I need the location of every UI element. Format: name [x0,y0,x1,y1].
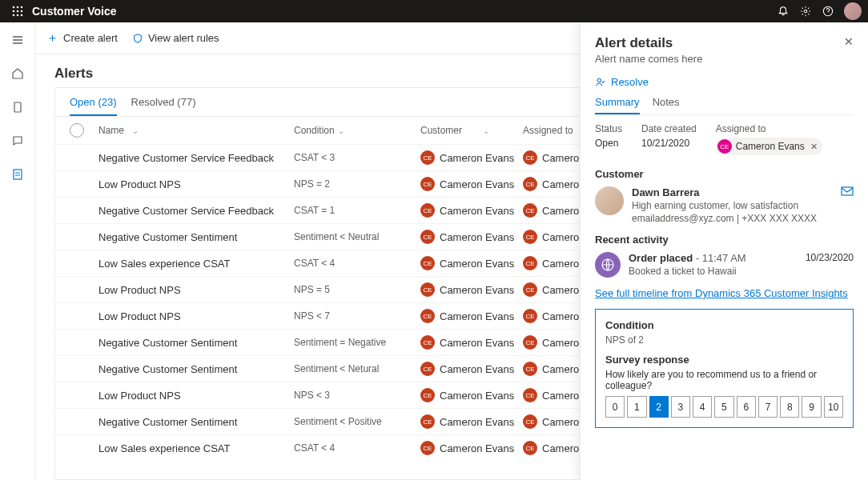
row-name: Low Product NPS [98,310,294,322]
app-launcher-icon[interactable] [6,6,29,17]
notifications-icon[interactable] [772,0,794,22]
nps-cell-8[interactable]: 8 [780,396,799,418]
svg-rect-11 [14,102,21,112]
svg-point-3 [13,10,15,13]
row-customer: CECameron Evans [420,414,523,429]
timeline-link[interactable]: See full timeline from Dynamics 365 Cust… [595,287,848,299]
nps-cell-4[interactable]: 4 [693,396,712,418]
row-name: Low Sales experience CSAT [98,258,294,270]
row-customer: CECameron Evans [420,177,523,191]
row-condition: Sentiment = Negative [294,337,420,348]
home-icon[interactable] [5,61,30,86]
row-condition: NPS = 5 [294,284,420,295]
chevron-down-icon: ⌄ [483,126,489,135]
row-name: Low Product NPS [98,178,294,190]
row-name: Negative Customer Sentiment [98,363,294,375]
customer-name: Dawn Barrera [632,186,833,198]
mail-icon[interactable] [841,186,854,224]
customer-contact: emailaddress@xyz.com | +XXX XXX XXXX [632,213,833,224]
row-name: Negative Customer Sentiment [98,231,294,243]
plus-icon: ＋ [46,30,58,46]
nps-cell-2[interactable]: 2 [649,396,669,418]
condition-box: Condition NPS of 2 Survey response How l… [595,309,854,428]
nps-cell-3[interactable]: 3 [671,396,690,418]
assigned-chip[interactable]: CE Cameron Evans ✕ [716,138,822,155]
col-condition-header[interactable]: Condition⌄ [294,125,420,136]
row-name: Low Product NPS [98,284,294,296]
reports-icon[interactable] [5,162,30,187]
row-condition: CSAT < 3 [294,152,420,163]
create-alert-button[interactable]: ＋ Create alert [46,30,118,46]
row-condition: CSAT < 4 [294,258,420,269]
nps-cell-6[interactable]: 6 [737,396,756,418]
col-customer-header[interactable]: Customer⌄ [420,125,523,136]
nps-cell-9[interactable]: 9 [802,396,821,418]
row-customer: CECameron Evans [420,282,523,297]
view-alert-rules-button[interactable]: View alert rules [132,32,219,44]
svg-point-4 [17,10,19,13]
nps-cell-10[interactable]: 10 [824,396,843,418]
panel-tab-notes[interactable]: Notes [653,96,680,114]
row-customer: CECameron Evans [420,335,523,350]
brand-title: Customer Voice [32,5,117,18]
resolve-button[interactable]: Resolve [595,76,854,88]
row-condition: CSAT < 4 [294,442,420,454]
row-name: Negative Customer Service Feedback [98,152,294,164]
nps-cell-5[interactable]: 5 [714,396,733,418]
customer-section-title: Customer [595,168,854,180]
svg-point-1 [17,6,19,9]
tablet-icon[interactable] [5,94,30,120]
row-condition: Sentiment < Netural [294,363,420,374]
status-value: Open [595,138,622,149]
customer-desc: High earning customer, low satisfaction [632,200,833,211]
svg-point-9 [804,10,807,13]
assigned-label: Assigned to [716,123,822,134]
svg-point-0 [13,6,15,9]
row-name: Low Product NPS [98,390,294,402]
persona-icon: CE [717,139,732,154]
row-customer: CECameron Evans [420,388,523,402]
row-customer: CECameron Evans [420,230,523,244]
help-icon[interactable] [817,0,839,22]
panel-subtitle: Alert name comes here [595,54,702,65]
row-customer: CECameron Evans [420,309,523,323]
nps-cell-1[interactable]: 1 [627,396,646,418]
tab-resolved[interactable]: Resolved (77) [131,96,196,116]
svg-point-7 [17,14,19,17]
chevron-down-icon: ⌄ [338,126,344,135]
remove-chip-icon[interactable]: ✕ [810,142,818,152]
globe-icon [595,252,621,278]
row-customer: CECameron Evans [420,150,523,165]
send-icon[interactable] [5,128,30,154]
svg-rect-15 [842,187,853,195]
row-name: Negative Customer Sentiment [98,337,294,349]
row-condition: NPS = 2 [294,178,420,190]
date-label: Date created [641,123,697,134]
settings-icon[interactable] [794,0,817,22]
row-name: Negative Customer Sentiment [98,416,294,428]
activity-section-title: Recent activity [595,234,854,246]
hamburger-icon[interactable] [5,27,30,53]
row-customer: CECameron Evans [420,362,523,376]
shield-icon [132,33,143,44]
alert-details-panel: Alert details Alert name comes here ✕ Re… [580,54,868,480]
svg-point-14 [597,78,601,82]
svg-point-5 [21,10,23,13]
row-condition: CSAT = 1 [294,205,420,216]
tab-open[interactable]: Open (23) [70,96,117,116]
svg-point-2 [21,6,23,9]
row-condition: Sentiment < Positive [294,416,420,427]
svg-point-6 [13,14,15,17]
row-condition: NPS < 3 [294,390,420,401]
user-avatar[interactable] [844,2,862,20]
panel-tab-summary[interactable]: Summary [595,96,640,114]
nps-cell-0[interactable]: 0 [605,396,625,418]
select-all-checkbox[interactable] [70,123,84,138]
status-label: Status [595,123,622,134]
activity-date: 10/23/2020 [806,252,854,263]
chevron-down-icon: ⌄ [132,126,139,135]
col-name-header[interactable]: Name⌄ [98,125,294,136]
nps-cell-7[interactable]: 7 [758,396,778,418]
svg-point-8 [21,14,23,17]
customer-avatar [595,186,624,215]
